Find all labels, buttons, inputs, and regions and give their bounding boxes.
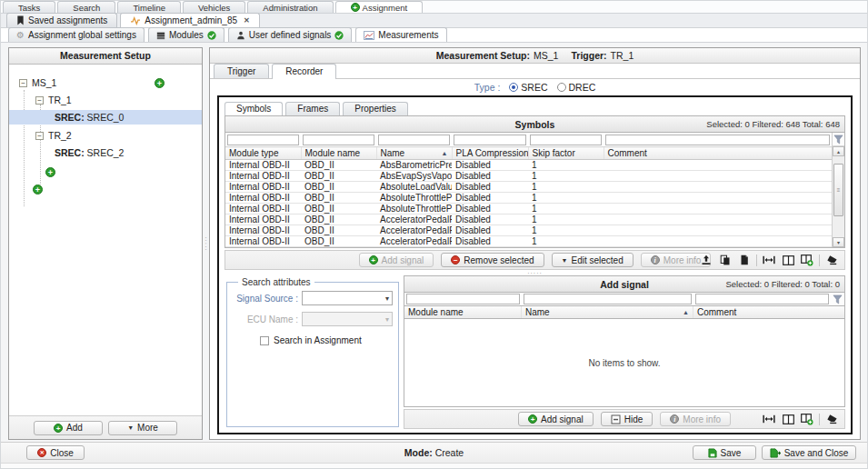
clear-filter-icon[interactable] bbox=[824, 412, 839, 426]
tab-trigger[interactable]: Trigger bbox=[214, 64, 269, 78]
filter-pla-input[interactable] bbox=[454, 135, 526, 145]
file-icon[interactable] bbox=[737, 253, 752, 267]
collapse-icon[interactable]: − bbox=[19, 79, 27, 87]
radio-drec[interactable]: DREC bbox=[557, 82, 596, 93]
copy-icon[interactable] bbox=[718, 253, 733, 267]
tab-tasks[interactable]: Tasks bbox=[3, 1, 55, 13]
tab-timeline[interactable]: Timeline bbox=[117, 1, 181, 13]
bottom-area: Search attributes Signal Source : ▾ ECU … bbox=[224, 275, 845, 429]
filter-funnel-icon[interactable] bbox=[833, 133, 844, 146]
save-and-close-button[interactable]: Save and Close bbox=[762, 445, 856, 460]
filter-skip-factor-input[interactable] bbox=[530, 135, 602, 145]
tab-assignment-admin-85[interactable]: Assignment_admin_85 ✕ bbox=[120, 13, 259, 27]
scroll-up-button[interactable]: ▴ bbox=[833, 146, 844, 156]
as-filter-name-input[interactable] bbox=[524, 294, 692, 304]
add-column-icon[interactable] bbox=[800, 253, 814, 267]
filter-module-name-input[interactable] bbox=[303, 135, 374, 145]
symbols-stats: Selected: 0 Filtered: 648 Total: 648 bbox=[706, 119, 840, 129]
filter-comment-input[interactable] bbox=[605, 135, 830, 145]
radio-srec[interactable]: SREC bbox=[509, 82, 547, 93]
save-button[interactable]: Save bbox=[693, 445, 756, 460]
waveform-icon bbox=[130, 16, 141, 25]
edit-selected-button[interactable]: ▼ Edit selected bbox=[552, 253, 634, 267]
cell-name: AbsoluteLoadValue bbox=[376, 182, 452, 193]
fit-columns-icon[interactable] bbox=[762, 253, 776, 267]
add-button[interactable]: + Add bbox=[34, 421, 103, 435]
tab-saved-assignments[interactable]: Saved assignments bbox=[6, 13, 117, 27]
collapse-icon[interactable]: − bbox=[35, 96, 44, 105]
col-module-name[interactable]: Module name bbox=[404, 306, 522, 318]
tab-recorder[interactable]: Recorder bbox=[272, 64, 336, 79]
panel-splitter[interactable]: ····· bbox=[203, 47, 209, 440]
symbols-table-row[interactable]: Internal OBD-II OBD_II AcceleratorPedalP… bbox=[225, 236, 832, 247]
tab-search[interactable]: Search bbox=[57, 1, 115, 13]
symbols-table-row[interactable]: Internal OBD-II OBD_II AbsoluteThrottleP… bbox=[225, 204, 832, 215]
more-info-button[interactable]: i More info bbox=[660, 412, 731, 426]
symbols-table-row[interactable]: Internal OBD-II OBD_II AbsBarometricPres… bbox=[225, 160, 832, 171]
columns-icon[interactable] bbox=[781, 253, 795, 267]
col-skip-factor[interactable]: Skip factor bbox=[528, 147, 604, 160]
filter-name-input[interactable] bbox=[378, 135, 450, 145]
ecu-name-select: ▾ bbox=[302, 312, 393, 326]
export-icon[interactable] bbox=[699, 253, 713, 267]
tab-frames[interactable]: Frames bbox=[285, 102, 340, 115]
symbols-table-row[interactable]: Internal OBD-II OBD_II AcceleratorPedalP… bbox=[225, 215, 832, 225]
col-comment[interactable]: Comment bbox=[693, 306, 844, 318]
filter-module-type-input[interactable] bbox=[227, 135, 299, 145]
close-tab-icon[interactable]: ✕ bbox=[244, 15, 250, 26]
tree-node-tr1[interactable]: − TR_1 bbox=[9, 93, 202, 107]
tab-user-defined-signals[interactable]: User defined signals bbox=[228, 27, 353, 42]
tab-assignment[interactable]: + Assignment bbox=[335, 1, 424, 13]
add-signal-button[interactable]: + Add signal bbox=[359, 253, 434, 267]
col-module-name[interactable]: Module name bbox=[301, 147, 376, 160]
tree-node-srec0[interactable]: SREC: SREC_0 bbox=[9, 110, 202, 125]
col-comment[interactable]: Comment bbox=[604, 147, 832, 160]
filter-funnel-icon[interactable] bbox=[831, 292, 844, 306]
cell-module-name: OBD_II bbox=[301, 225, 376, 236]
more-button[interactable]: ▼ More bbox=[108, 421, 177, 435]
cell-comment bbox=[604, 193, 832, 204]
symbols-table-row[interactable]: Internal OBD-II OBD_II AbsoluteLoadValue… bbox=[225, 182, 832, 193]
tree-node-srec2[interactable]: SREC: SREC_2 bbox=[9, 145, 202, 160]
col-name[interactable]: Name▲ bbox=[376, 147, 452, 160]
as-filter-comment-input[interactable] bbox=[695, 294, 829, 304]
symbols-table-row[interactable]: Internal OBD-II OBD_II AbsEvapSysVaporPr… bbox=[225, 171, 832, 182]
col-pla-compression[interactable]: PLA Compression level bbox=[452, 147, 528, 160]
cell-skip-factor: 1 bbox=[528, 225, 604, 236]
scroll-down-button[interactable]: ▾ bbox=[833, 237, 844, 247]
tree-node-ms1[interactable]: − MS_1 + bbox=[9, 75, 202, 90]
tree-node-tr2[interactable]: − TR_2 bbox=[9, 128, 202, 143]
scroll-track[interactable]: ≡ bbox=[833, 156, 844, 237]
tab-modules[interactable]: Modules bbox=[148, 27, 224, 42]
add-srec-icon[interactable]: + bbox=[45, 167, 55, 177]
tab-vehicles[interactable]: Vehicles bbox=[183, 1, 245, 13]
measurement-setup-tree: − MS_1 + − TR_1 SREC: SREC_0 − TR_2 SREC… bbox=[9, 65, 202, 415]
add-column-icon[interactable] bbox=[800, 412, 814, 426]
tree-actions-bar: + Add ▼ More bbox=[9, 415, 202, 439]
clear-filter-icon[interactable] bbox=[824, 253, 839, 267]
add-trigger-icon[interactable]: + bbox=[155, 78, 165, 88]
cell-module-name: OBD_II bbox=[301, 171, 376, 182]
tab-properties[interactable]: Properties bbox=[343, 102, 408, 115]
fit-columns-icon[interactable] bbox=[762, 412, 776, 426]
col-name[interactable]: Name▲ bbox=[522, 306, 693, 318]
symbols-table-row[interactable]: Internal OBD-II OBD_II AbsoluteThrottleP… bbox=[225, 193, 832, 204]
caret-down-icon: ▼ bbox=[127, 424, 134, 431]
add-signal-confirm-button[interactable]: + Add signal bbox=[518, 412, 594, 426]
as-filter-module-name-input[interactable] bbox=[406, 294, 520, 304]
columns-icon[interactable] bbox=[781, 412, 795, 426]
add-node-icon[interactable]: + bbox=[33, 185, 43, 195]
col-module-type[interactable]: Module type bbox=[225, 147, 301, 160]
hide-button[interactable]: Hide bbox=[601, 412, 653, 426]
tab-administration[interactable]: Administration bbox=[247, 1, 333, 13]
symbols-table-row[interactable]: Internal OBD-II OBD_II AcceleratorPedalP… bbox=[225, 225, 832, 236]
tab-symbols[interactable]: Symbols bbox=[224, 102, 283, 115]
scroll-thumb[interactable]: ≡ bbox=[833, 164, 843, 216]
search-in-assignment-checkbox[interactable] bbox=[260, 336, 269, 345]
signal-source-select[interactable]: ▾ bbox=[302, 291, 393, 305]
tab-assignment-global-settings[interactable]: ⚙ Assignment global settings bbox=[8, 27, 145, 42]
close-button[interactable]: ✕ Close bbox=[26, 445, 85, 460]
tab-measurements[interactable]: Measurements bbox=[355, 27, 446, 42]
remove-selected-button[interactable]: − Remove selected bbox=[441, 253, 544, 267]
collapse-icon[interactable]: − bbox=[35, 132, 44, 140]
